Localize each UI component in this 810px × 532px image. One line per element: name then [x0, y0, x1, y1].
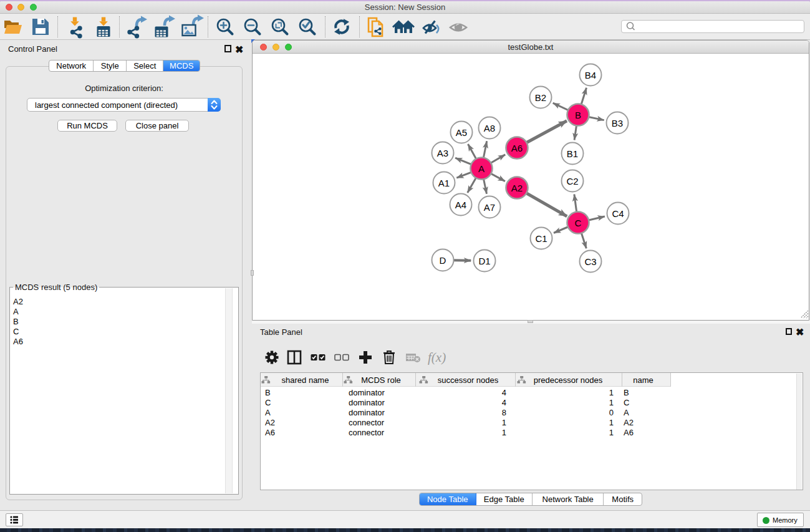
svg-text:C3: C3 — [584, 256, 596, 267]
svg-text:C2: C2 — [566, 176, 578, 186]
svg-text:C4: C4 — [612, 208, 624, 219]
svg-text:f(x): f(x) — [428, 350, 446, 365]
svg-text:C: C — [575, 218, 582, 228]
svg-text:D1: D1 — [478, 256, 490, 266]
svg-text:A7: A7 — [484, 202, 495, 213]
svg-text:A: A — [478, 163, 485, 174]
svg-text:A3: A3 — [437, 148, 448, 158]
svg-text:B3: B3 — [612, 118, 623, 128]
svg-text:A2: A2 — [511, 183, 523, 193]
svg-text:D: D — [440, 255, 446, 266]
svg-text:B1: B1 — [567, 148, 578, 159]
svg-text:B4: B4 — [585, 70, 596, 80]
svg-text:A5: A5 — [456, 127, 467, 138]
svg-text:A4: A4 — [455, 200, 466, 210]
svg-text:A8: A8 — [484, 123, 495, 133]
svg-text:B: B — [575, 110, 581, 120]
svg-text:A6: A6 — [511, 143, 523, 153]
svg-text:A1: A1 — [438, 178, 450, 188]
svg-text:C1: C1 — [535, 233, 547, 244]
svg-text:B2: B2 — [535, 92, 546, 103]
